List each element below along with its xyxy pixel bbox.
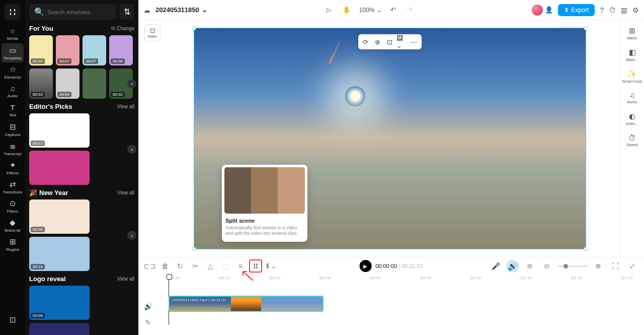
- ruler-tick: |01:00: [470, 276, 481, 280]
- panel-audio[interactable]: ♫Audio: [622, 89, 642, 107]
- nav-text[interactable]: TText: [2, 101, 24, 120]
- tooltip-split-scene: Split scene Automatically find scenes in…: [222, 165, 307, 242]
- template-thumb[interactable]: [29, 151, 90, 185]
- undo-button[interactable]: ↶: [388, 5, 398, 15]
- zoom-in-icon[interactable]: ⊕: [592, 259, 605, 273]
- template-thumb[interactable]: 00:08: [29, 199, 90, 234]
- template-thumb[interactable]: 00:16: [29, 237, 90, 271]
- template-thumb[interactable]: [83, 69, 106, 99]
- nav-templates[interactable]: ▭Templates: [2, 43, 24, 62]
- cloud-icon[interactable]: ☁: [143, 6, 150, 14]
- redo-button[interactable]: ↷: [405, 5, 415, 15]
- disabled-tool: ▢: [219, 259, 232, 273]
- app-logo[interactable]: [5, 4, 21, 20]
- history-icon[interactable]: ⏱: [609, 6, 616, 14]
- pointer-tool[interactable]: ▷: [324, 5, 334, 15]
- chevron-down-icon: ⌄: [202, 6, 207, 14]
- panel-smart-tools[interactable]: ✨Smart tools: [622, 68, 642, 86]
- ratio-button[interactable]: ⊡ Ratio: [144, 24, 160, 41]
- zoom-dropdown[interactable]: 100% ⌄: [359, 7, 382, 14]
- export-button[interactable]: ⬆Export: [558, 4, 595, 16]
- add-icon[interactable]: ⊕: [372, 36, 383, 47]
- ruler-tick: |00:30: [319, 276, 331, 280]
- play-button[interactable]: ▶: [359, 260, 371, 272]
- nav-plugins[interactable]: ⊞Plugins: [2, 235, 24, 254]
- ruler-tick: |01:30: [621, 276, 632, 280]
- project-name[interactable]: 202405311850 ⌄: [155, 6, 207, 14]
- panel-anim[interactable]: ◐Anim...: [622, 110, 642, 128]
- nav-media[interactable]: ○Media: [2, 24, 24, 43]
- view-all-editors[interactable]: View all: [117, 104, 134, 109]
- scroll-right-arrow[interactable]: ›: [127, 231, 136, 240]
- download-tool[interactable]: ⬇⌄: [264, 259, 277, 273]
- template-thumb[interactable]: 00:06: [109, 35, 133, 65]
- section-editors-picks: Editor's Picks: [29, 103, 72, 110]
- expand-icon[interactable]: ⤢: [626, 259, 639, 273]
- tooltip-description: Automatically find scenes in a video and…: [225, 225, 304, 237]
- resize-handle-br[interactable]: [584, 247, 588, 251]
- ruler-tick: |00:40: [370, 276, 381, 280]
- nav-captions[interactable]: ⊟Captions: [2, 120, 24, 139]
- view-all-newyear[interactable]: View all: [117, 190, 134, 195]
- resize-handle-bl[interactable]: [192, 247, 196, 251]
- zoom-slider[interactable]: [557, 265, 588, 267]
- export-icon: ⬆: [564, 7, 569, 14]
- panel-back[interactable]: ◧Back...: [622, 46, 642, 64]
- nav-effects[interactable]: ✦Effects: [2, 158, 24, 177]
- ruler-tick: |00:50: [420, 276, 431, 280]
- magnetic-icon[interactable]: ⊕: [523, 259, 536, 273]
- filters-icon: ⊙: [10, 199, 16, 208]
- nav-audio[interactable]: ♫Audio: [2, 82, 24, 101]
- delete-tool[interactable]: 🗑: [158, 259, 172, 273]
- track-edit-icon[interactable]: ✎: [141, 316, 154, 329]
- scroll-right-arrow[interactable]: ›: [127, 145, 136, 154]
- layout-icon[interactable]: ▥: [621, 6, 627, 14]
- help-icon[interactable]: ?: [600, 6, 604, 14]
- plugins-icon: ⊞: [10, 237, 16, 246]
- template-thumb[interactable]: 00:08: [29, 286, 90, 320]
- settings-icon[interactable]: ⚙: [632, 6, 639, 14]
- ruler-tick: |00:20: [269, 276, 280, 280]
- user-avatars[interactable]: 👤: [532, 5, 553, 16]
- voiceover-icon[interactable]: 🔊: [506, 259, 519, 273]
- template-thumb[interactable]: 00:07: [56, 35, 79, 65]
- timeline-clip[interactable]: 202405311850.mp4 | 00:31:01: [169, 296, 324, 312]
- template-thumb[interactable]: 00:07: [29, 323, 90, 335]
- template-thumb[interactable]: 00:07: [83, 35, 106, 65]
- nav-transitions[interactable]: ⇄Transitions: [2, 177, 24, 196]
- restore-tool[interactable]: ↻: [174, 259, 187, 273]
- mic-icon[interactable]: 🎤: [489, 259, 502, 273]
- captions-icon: ⊟: [10, 122, 16, 131]
- nav-transcript[interactable]: ≣Transcript: [2, 139, 24, 158]
- image-icon[interactable]: 🖼⌄: [396, 36, 408, 47]
- change-button[interactable]: ⟳Change: [111, 26, 134, 31]
- more-icon[interactable]: ⋯: [409, 36, 420, 47]
- track-audio-icon[interactable]: 🔊: [141, 300, 154, 313]
- help-icon-bottom[interactable]: ⊡: [2, 311, 24, 330]
- mirror-tool[interactable]: △: [204, 259, 217, 273]
- template-thumb[interactable]: 00:33: [29, 69, 53, 99]
- fit-icon[interactable]: ⛶: [609, 259, 622, 273]
- media-icon: ○: [10, 27, 15, 35]
- nav-elements[interactable]: ☆Elements: [2, 62, 24, 82]
- search-input-container[interactable]: 🔍: [29, 4, 116, 20]
- split-tool[interactable]: ⊏⊐: [143, 259, 156, 273]
- nav-brand-kit[interactable]: ◆Brand kit: [2, 216, 24, 235]
- template-thumb[interactable]: 00:09: [29, 35, 53, 65]
- zoom-out-icon[interactable]: ⊖: [540, 259, 553, 273]
- panel-speed[interactable]: ⏱Speed: [622, 131, 642, 150]
- resize-handle-tl[interactable]: [192, 26, 196, 30]
- template-thumb[interactable]: 00:04: [56, 69, 79, 99]
- search-input[interactable]: [47, 9, 111, 15]
- hand-tool[interactable]: ✋: [340, 5, 353, 15]
- scroll-right-arrow[interactable]: ›: [127, 79, 136, 88]
- view-all-logo[interactable]: View all: [117, 276, 134, 282]
- replace-icon[interactable]: ⟳: [360, 36, 371, 47]
- nav-filters[interactable]: ⊙Filters: [2, 196, 24, 216]
- crop-tool[interactable]: ✂: [189, 259, 202, 273]
- crop-icon[interactable]: ⊡: [384, 36, 395, 47]
- panel-basic[interactable]: ⊞Basic: [622, 24, 642, 43]
- template-thumb[interactable]: 00:13: [29, 113, 90, 148]
- resize-handle-tr[interactable]: [584, 26, 588, 30]
- filter-button[interactable]: ⇅: [119, 4, 134, 20]
